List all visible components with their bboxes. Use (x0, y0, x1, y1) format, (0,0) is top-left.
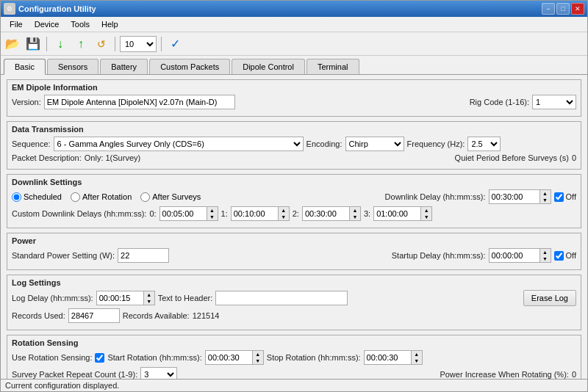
data-transmission-section: Data Transmission Sequence: 6 - Gamma An… (7, 121, 581, 170)
minimize-button[interactable]: − (542, 3, 555, 15)
log-delay-spinner: ▲ ▼ (96, 291, 155, 305)
frequency-select[interactable]: 2.5 (467, 137, 501, 151)
packet-desc-value: Only: 1(Survey) (85, 153, 140, 162)
use-rotation-checkbox[interactable] (95, 353, 104, 363)
menu-tools[interactable]: Tools (65, 18, 96, 30)
sequence-select[interactable]: 6 - Gamma Angles Survey Only (CDS=6) (54, 137, 304, 151)
tab-battery[interactable]: Battery (100, 59, 148, 74)
menu-file[interactable]: File (4, 18, 29, 30)
records-avail-value: 121514 (193, 311, 220, 320)
delay1-spinner: ▲ ▼ (231, 206, 290, 221)
rotation-row2: Survey Packet Repeat Count (1-9): 3 Powe… (12, 367, 576, 379)
download-button[interactable]: ↓ (51, 35, 69, 53)
after-surveys-radio[interactable]: After Surveys (140, 192, 201, 202)
rotation-sensing-section: Rotation Sensing Use Rotation Sensing: S… (7, 335, 581, 379)
start-rotation-input[interactable] (205, 350, 253, 365)
stop-rotation-down[interactable]: ▼ (412, 357, 422, 364)
delay0-spinner: ▲ ▼ (159, 206, 218, 221)
tab-terminal[interactable]: Terminal (306, 59, 359, 74)
after-rotation-radio[interactable]: After Rotation (71, 192, 132, 202)
power-section: Power Standard Power Setting (W): Startu… (7, 233, 581, 270)
tab-dipole-control[interactable]: Dipole Control (232, 59, 305, 74)
status-text: Current configuration displayed. (5, 381, 119, 390)
power-increase-label: Power Increase When Rotating (%): (440, 370, 568, 379)
log-delay-input[interactable] (96, 291, 144, 305)
em-dipole-row: Version: Rig Code (1-16): 1 (12, 95, 576, 109)
scheduled-radio[interactable]: Scheduled (12, 192, 62, 202)
rig-code-select[interactable]: 1 (532, 95, 576, 109)
tabs-bar: Basic Sensors Battery Custom Packets Dip… (1, 56, 587, 75)
menu-help[interactable]: Help (96, 18, 124, 30)
log-row1: Log Delay (hh:mm:ss): ▲ ▼ Text to Header… (12, 290, 576, 306)
version-input[interactable] (44, 95, 235, 109)
delay0-input[interactable] (159, 206, 207, 221)
tab-custom-packets[interactable]: Custom Packets (149, 59, 230, 74)
encoding-select[interactable]: Chirp (345, 137, 404, 151)
open-button[interactable]: 📂 (4, 35, 21, 53)
records-used-label: Records Used: (12, 311, 65, 320)
delay1-input[interactable] (231, 206, 279, 221)
window-title: Configuration Utility (18, 4, 96, 13)
downlink-delay-spinner: ▲ ▼ (489, 189, 551, 204)
startup-up[interactable]: ▲ (540, 249, 551, 255)
text-header-label: Text to Header: (158, 294, 213, 302)
stop-rotation-label: Stop Rotation (hh:mm:ss): (267, 353, 361, 362)
downlink-delay-up[interactable]: ▲ (540, 190, 551, 197)
log-delay-up[interactable]: ▲ (144, 291, 154, 298)
start-rotation-label: Start Rotation (hh:mm:ss): (107, 353, 201, 362)
downlink-delay-down[interactable]: ▼ (540, 197, 551, 203)
records-used-input (68, 308, 120, 323)
downlink-delay-label: Downlink Delay (hh:mm:ss): (385, 192, 486, 201)
start-rotation-btns: ▲ ▼ (253, 350, 264, 365)
startup-down[interactable]: ▼ (540, 255, 551, 262)
upload-button[interactable]: ↑ (72, 35, 90, 53)
startup-delay-spinner: ▲ ▼ (489, 248, 551, 263)
start-rotation-down[interactable]: ▼ (253, 357, 263, 364)
startup-off-checkbox[interactable]: Off (554, 251, 576, 261)
stop-rotation-input[interactable] (364, 350, 412, 365)
delay1-up[interactable]: ▲ (279, 207, 289, 214)
delay1-down[interactable]: ▼ (279, 214, 289, 220)
stop-rotation-up[interactable]: ▲ (412, 351, 422, 357)
startup-delay-input[interactable] (489, 248, 540, 263)
delay0-up[interactable]: ▲ (207, 207, 218, 214)
delay3-down[interactable]: ▼ (421, 214, 431, 220)
standard-power-input[interactable] (118, 248, 169, 263)
delay3-input[interactable] (373, 206, 421, 221)
after-rotation-label: After Rotation (82, 192, 132, 201)
survey-repeat-select[interactable]: 3 (140, 367, 177, 379)
custom-delay-label: Custom Downlink Delays (hh:mm:ss): (12, 209, 146, 218)
delay2-input[interactable] (302, 206, 350, 221)
startup-btns: ▲ ▼ (540, 248, 551, 263)
app-icon: ⚙ (4, 3, 15, 15)
maximize-button[interactable]: □ (556, 3, 570, 15)
validate-button[interactable]: ✓ (166, 35, 184, 53)
log-delay-down[interactable]: ▼ (144, 298, 154, 305)
close-button[interactable]: ✕ (571, 3, 584, 15)
delay0-down[interactable]: ▼ (207, 214, 218, 220)
erase-log-button[interactable]: Erase Log (523, 290, 576, 306)
delay3-up[interactable]: ▲ (421, 207, 431, 214)
tab-sensors[interactable]: Sensors (47, 59, 98, 74)
downlink-delay-input[interactable] (489, 189, 540, 204)
delay2-up[interactable]: ▲ (350, 207, 360, 214)
custom-delay-row: Custom Downlink Delays (hh:mm:ss): 0: ▲ … (12, 206, 576, 221)
save-button[interactable]: 💾 (24, 35, 42, 53)
encoding-label: Encoding: (306, 139, 343, 148)
delay2-down[interactable]: ▼ (350, 214, 360, 220)
start-rotation-up[interactable]: ▲ (253, 351, 263, 357)
startup-delay-label: Startup Delay (hh:mm:ss): (392, 251, 486, 260)
text-header-input[interactable] (215, 291, 348, 305)
count-select[interactable]: 10 (120, 36, 157, 52)
tab-basic[interactable]: Basic (4, 59, 46, 75)
delay2-label: 2: (293, 209, 299, 218)
downlink-delay-btns: ▲ ▼ (540, 189, 551, 204)
titlebar: ⚙ Configuration Utility − □ ✕ (1, 1, 587, 17)
toolbar-sep3 (161, 37, 162, 51)
downlink-radio-group: Scheduled After Rotation After Surveys (12, 192, 201, 202)
refresh-button[interactable]: ↺ (93, 35, 110, 53)
downlink-off-checkbox[interactable]: Off (554, 192, 576, 202)
statusbar: Current configuration displayed. (1, 379, 587, 391)
quiet-period-label: Quiet Period Before Surveys (s) (455, 153, 569, 162)
menu-device[interactable]: Device (29, 18, 65, 30)
